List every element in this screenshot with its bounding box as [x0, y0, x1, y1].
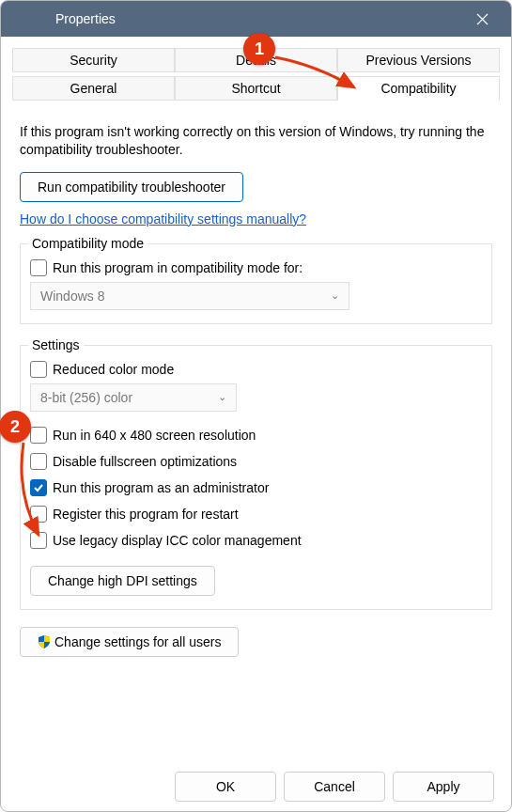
annotation-arrow-1: [273, 52, 363, 94]
compatibility-mode-legend: Compatibility mode: [28, 236, 147, 251]
close-icon: [476, 13, 489, 25]
compat-mode-label: Run this program in compatibility mode f…: [53, 260, 303, 275]
compat-mode-os-select[interactable]: Windows 8 ⌄: [30, 282, 349, 310]
close-button[interactable]: [460, 1, 504, 37]
run-compatibility-troubleshooter-button[interactable]: Run compatibility troubleshooter: [20, 172, 243, 202]
manual-settings-link[interactable]: How do I choose compatibility settings m…: [20, 211, 306, 226]
dialog-footer: OK Cancel Apply: [12, 772, 500, 802]
window-title: Properties: [20, 11, 460, 26]
tab-content-compatibility: If this program isn't working correctly …: [12, 104, 500, 760]
disable-fullscreen-label: Disable fullscreen optimizations: [53, 454, 237, 469]
change-settings-all-users-button[interactable]: Change settings for all users: [20, 627, 239, 657]
compat-mode-checkbox[interactable]: [30, 259, 47, 276]
shield-icon: [38, 635, 51, 648]
tab-security[interactable]: Security: [12, 48, 175, 72]
run-640x480-label: Run in 640 x 480 screen resolution: [53, 428, 256, 443]
reduced-color-checkbox[interactable]: [30, 361, 47, 378]
register-restart-label: Register this program for restart: [53, 507, 239, 522]
settings-group: Settings Reduced color mode 8-bit (256) …: [20, 345, 492, 610]
tab-row-2: General Shortcut Compatibility: [12, 76, 500, 101]
settings-legend: Settings: [28, 337, 84, 352]
description-text: If this program isn't working correctly …: [20, 123, 492, 159]
client-area: 1 Security Details Previous Versions Gen…: [1, 37, 511, 811]
compatibility-mode-group: Compatibility mode Run this program in c…: [20, 243, 492, 324]
properties-window: Properties 1 Security Details Previous V…: [0, 0, 512, 812]
chevron-down-icon: ⌄: [331, 289, 339, 302]
annotation-arrow-2: [12, 441, 50, 542]
color-depth-select[interactable]: 8-bit (256) color ⌄: [30, 383, 237, 412]
reduced-color-label: Reduced color mode: [53, 362, 174, 377]
annotation-step-1: 1: [243, 33, 275, 65]
apply-button[interactable]: Apply: [393, 772, 494, 802]
tab-general[interactable]: General: [12, 76, 175, 101]
titlebar: Properties: [1, 1, 511, 37]
annotation-step-2: 2: [0, 411, 31, 443]
cancel-button[interactable]: Cancel: [284, 772, 385, 802]
ok-button[interactable]: OK: [175, 772, 276, 802]
run-as-admin-label: Run this program as an administrator: [53, 480, 269, 495]
chevron-down-icon: ⌄: [218, 391, 226, 403]
change-high-dpi-button[interactable]: Change high DPI settings: [30, 566, 215, 596]
legacy-icc-label: Use legacy display ICC color management: [53, 533, 302, 548]
